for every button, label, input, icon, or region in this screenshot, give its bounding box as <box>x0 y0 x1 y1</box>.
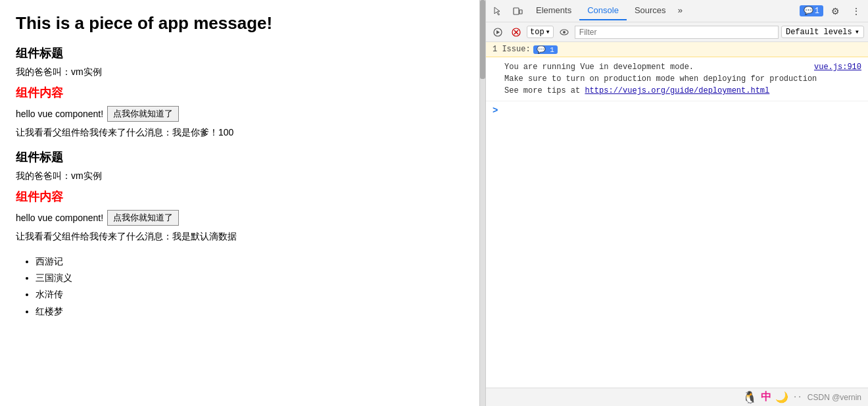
caret-icon: > <box>493 105 498 116</box>
comp-hello-2: hello vue component! 点我你就知道了 <box>16 210 464 226</box>
click-button-2[interactable]: 点我你就知道了 <box>107 210 179 226</box>
app-title: This is a piece of app message! <box>16 13 464 34</box>
context-selector[interactable]: top ▾ <box>527 26 554 38</box>
console-text-0: You are running Vue in development mode.… <box>504 61 861 97</box>
svg-rect-1 <box>519 10 522 14</box>
comp-content-title-2: 组件内容 <box>16 189 464 205</box>
comp-message-1: 让我看看父组件给我传来了什么消息：我是你爹！100 <box>16 127 464 139</box>
issue-icon: 💬 <box>537 46 546 54</box>
devtools-topbar: Elements Console Sources » 💬 1 ⚙ ⋮ <box>486 0 868 22</box>
chevron-icon: ▾ <box>546 27 550 37</box>
clear-icon-btn[interactable] <box>508 24 524 40</box>
tab-elements[interactable]: Elements <box>528 1 579 20</box>
moon-icon: 🌙 <box>775 391 788 404</box>
eye-icon-btn[interactable] <box>556 24 572 40</box>
hello-text-2: hello vue component! <box>16 213 103 223</box>
list-item: 西游记 <box>36 253 464 270</box>
bottom-icons: 🐧 中 🌙 ·· <box>742 390 802 405</box>
component-section-1: 组件标题 我的爸爸叫：vm实例 组件内容 hello vue component… <box>16 45 464 139</box>
default-levels-selector[interactable]: Default levels ▾ <box>781 26 864 38</box>
tab-more[interactable]: » <box>674 3 687 18</box>
console-message-0: vue.js:910 You are running Vue in develo… <box>486 57 868 101</box>
hello-text-1: hello vue component! <box>16 109 103 119</box>
execute-icon-btn[interactable] <box>490 24 506 40</box>
tab-console[interactable]: Console <box>579 1 627 20</box>
device-icon-btn[interactable] <box>508 2 527 20</box>
deployment-link[interactable]: https://vuejs.org/guide/deployment.html <box>585 86 769 95</box>
list-item: 红楼梦 <box>36 303 464 320</box>
scroll-thumb[interactable] <box>480 0 485 79</box>
comp-parent-1: 我的爸爸叫：vm实例 <box>16 66 464 78</box>
app-content-panel: This is a piece of app message! 组件标题 我的爸… <box>0 0 480 406</box>
console-prompt: > <box>486 101 868 120</box>
dots-icon: ·· <box>792 393 802 402</box>
notif-icon: 💬 <box>804 6 813 16</box>
devtools-bottom-bar: 🐧 中 🌙 ·· CSDN @vernin <box>486 388 868 406</box>
issue-count: 1 <box>550 46 554 54</box>
console-content[interactable]: vue.js:910 You are running Vue in develo… <box>486 57 868 388</box>
click-button-1[interactable]: 点我你就知道了 <box>107 106 179 122</box>
penguin-icon: 🐧 <box>742 390 757 405</box>
svg-point-7 <box>563 31 566 34</box>
comp-message-2: 让我看看父组件给我传来了什么消息：我是默认滴数据 <box>16 231 464 243</box>
default-levels-label: Default levels <box>786 28 852 37</box>
issue-bar: 1 Issue: 💬 1 <box>486 42 868 57</box>
devtools-panel: Elements Console Sources » 💬 1 ⚙ ⋮ top ▾ <box>485 0 868 406</box>
console-source-link[interactable]: vue.js:910 <box>814 61 861 73</box>
book-list: 西游记 三国演义 水浒传 红楼梦 <box>36 253 464 320</box>
devtools-right-icons: 💬 1 ⚙ ⋮ <box>800 2 865 20</box>
component-section-2: 组件标题 我的爸爸叫：vm实例 组件内容 hello vue component… <box>16 149 464 320</box>
list-item: 三国演义 <box>36 270 464 286</box>
comp-content-title-1: 组件内容 <box>16 85 464 101</box>
more-icon-btn[interactable]: ⋮ <box>847 2 865 20</box>
comp-hello-1: hello vue component! 点我你就知道了 <box>16 106 464 122</box>
devtools-tabs: Elements Console Sources » <box>528 1 798 20</box>
filter-input[interactable] <box>575 26 779 39</box>
list-item: 水浒传 <box>36 286 464 303</box>
issue-badge: 💬 1 <box>533 45 558 54</box>
issue-label: 1 Issue: <box>493 45 531 54</box>
chinese-icon: 中 <box>761 390 771 404</box>
context-value: top <box>530 28 544 37</box>
notification-badge[interactable]: 💬 1 <box>800 5 823 16</box>
devtools-toolbar: top ▾ Default levels ▾ <box>486 22 868 42</box>
csdn-label: CSDN @vernin <box>808 393 861 402</box>
notif-count: 1 <box>815 7 819 16</box>
svg-rect-0 <box>514 8 519 14</box>
scroll-divider[interactable] <box>480 0 485 406</box>
cursor-icon-btn[interactable] <box>489 2 507 20</box>
levels-chevron-icon: ▾ <box>855 27 859 37</box>
tab-sources[interactable]: Sources <box>627 1 674 20</box>
settings-icon-btn[interactable]: ⚙ <box>826 2 844 20</box>
comp-title-1: 组件标题 <box>16 45 464 61</box>
comp-title-2: 组件标题 <box>16 149 464 165</box>
comp-parent-2: 我的爸爸叫：vm实例 <box>16 170 464 182</box>
